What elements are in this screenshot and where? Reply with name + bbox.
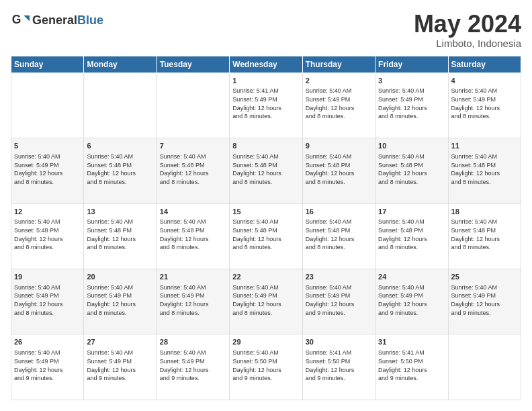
calendar-week-row: 26Sunrise: 5:40 AM Sunset: 5:49 PM Dayli… bbox=[11, 334, 521, 400]
table-row: 2Sunrise: 5:40 AM Sunset: 5:49 PM Daylig… bbox=[302, 73, 375, 138]
day-info: Sunrise: 5:40 AM Sunset: 5:48 PM Dayligh… bbox=[232, 218, 299, 251]
day-number: 13 bbox=[87, 207, 153, 217]
day-info: Sunrise: 5:40 AM Sunset: 5:48 PM Dayligh… bbox=[87, 218, 153, 251]
day-info: Sunrise: 5:40 AM Sunset: 5:49 PM Dayligh… bbox=[451, 283, 518, 317]
day-info: Sunrise: 5:40 AM Sunset: 5:49 PM Dayligh… bbox=[160, 283, 226, 317]
day-info: Sunrise: 5:40 AM Sunset: 5:49 PM Dayligh… bbox=[14, 283, 81, 317]
table-row: 7Sunrise: 5:40 AM Sunset: 5:48 PM Daylig… bbox=[157, 138, 229, 203]
table-row: 27Sunrise: 5:40 AM Sunset: 5:49 PM Dayli… bbox=[84, 334, 157, 400]
header-monday: Monday bbox=[84, 56, 157, 73]
table-row: 21Sunrise: 5:40 AM Sunset: 5:49 PM Dayli… bbox=[157, 269, 229, 334]
logo-blue: Blue bbox=[77, 13, 103, 27]
day-number: 21 bbox=[160, 272, 226, 282]
table-row: 19Sunrise: 5:40 AM Sunset: 5:49 PM Dayli… bbox=[11, 269, 84, 334]
day-info: Sunrise: 5:40 AM Sunset: 5:49 PM Dayligh… bbox=[87, 283, 153, 317]
day-number: 14 bbox=[160, 207, 226, 217]
day-number: 1 bbox=[232, 76, 299, 86]
day-number: 7 bbox=[160, 141, 226, 151]
day-number: 5 bbox=[14, 141, 81, 151]
table-row bbox=[84, 73, 157, 138]
day-info: Sunrise: 5:40 AM Sunset: 5:48 PM Dayligh… bbox=[378, 218, 445, 251]
day-info: Sunrise: 5:41 AM Sunset: 5:50 PM Dayligh… bbox=[378, 349, 445, 382]
day-info: Sunrise: 5:40 AM Sunset: 5:48 PM Dayligh… bbox=[160, 218, 226, 251]
day-number: 22 bbox=[232, 272, 299, 282]
table-row: 10Sunrise: 5:40 AM Sunset: 5:48 PM Dayli… bbox=[375, 138, 448, 203]
day-info: Sunrise: 5:40 AM Sunset: 5:48 PM Dayligh… bbox=[306, 218, 372, 251]
calendar-week-row: 5Sunrise: 5:40 AM Sunset: 5:49 PM Daylig… bbox=[11, 138, 521, 203]
day-info: Sunrise: 5:40 AM Sunset: 5:49 PM Dayligh… bbox=[232, 283, 299, 317]
day-number: 9 bbox=[306, 141, 372, 151]
calendar-week-row: 1Sunrise: 5:41 AM Sunset: 5:49 PM Daylig… bbox=[11, 73, 521, 138]
day-number: 12 bbox=[14, 207, 81, 217]
day-info: Sunrise: 5:40 AM Sunset: 5:48 PM Dayligh… bbox=[160, 152, 226, 186]
day-info: Sunrise: 5:40 AM Sunset: 5:48 PM Dayligh… bbox=[232, 152, 299, 186]
header-saturday: Saturday bbox=[448, 56, 521, 73]
day-number: 29 bbox=[232, 337, 299, 347]
day-number: 24 bbox=[378, 272, 445, 282]
header-thursday: Thursday bbox=[302, 56, 375, 73]
month-year: May 2024 bbox=[414, 11, 521, 38]
day-number: 27 bbox=[87, 337, 153, 347]
day-info: Sunrise: 5:40 AM Sunset: 5:49 PM Dayligh… bbox=[306, 87, 372, 120]
day-number: 19 bbox=[14, 272, 81, 282]
table-row: 15Sunrise: 5:40 AM Sunset: 5:48 PM Dayli… bbox=[230, 203, 302, 269]
day-number: 3 bbox=[378, 76, 445, 86]
day-info: Sunrise: 5:40 AM Sunset: 5:48 PM Dayligh… bbox=[451, 218, 518, 251]
table-row: 28Sunrise: 5:40 AM Sunset: 5:49 PM Dayli… bbox=[157, 334, 229, 400]
day-info: Sunrise: 5:41 AM Sunset: 5:49 PM Dayligh… bbox=[232, 87, 299, 120]
table-row: 30Sunrise: 5:41 AM Sunset: 5:50 PM Dayli… bbox=[302, 334, 375, 400]
day-number: 28 bbox=[160, 337, 226, 347]
day-info: Sunrise: 5:40 AM Sunset: 5:48 PM Dayligh… bbox=[306, 152, 372, 186]
table-row: 17Sunrise: 5:40 AM Sunset: 5:48 PM Dayli… bbox=[375, 203, 448, 269]
table-row: 9Sunrise: 5:40 AM Sunset: 5:48 PM Daylig… bbox=[302, 138, 375, 203]
table-row: 6Sunrise: 5:40 AM Sunset: 5:48 PM Daylig… bbox=[84, 138, 157, 203]
table-row bbox=[157, 73, 229, 138]
logo-icon: G bbox=[11, 11, 30, 30]
svg-marker-1 bbox=[24, 15, 30, 21]
calendar-table: Sunday Monday Tuesday Wednesday Thursday… bbox=[11, 56, 521, 400]
day-info: Sunrise: 5:40 AM Sunset: 5:49 PM Dayligh… bbox=[378, 283, 445, 317]
logo: G GeneralBlue bbox=[11, 11, 103, 30]
table-row: 16Sunrise: 5:40 AM Sunset: 5:48 PM Dayli… bbox=[302, 203, 375, 269]
table-row: 20Sunrise: 5:40 AM Sunset: 5:49 PM Dayli… bbox=[84, 269, 157, 334]
table-row: 23Sunrise: 5:40 AM Sunset: 5:49 PM Dayli… bbox=[302, 269, 375, 334]
day-number: 23 bbox=[306, 272, 372, 282]
day-number: 20 bbox=[87, 272, 153, 282]
day-number: 17 bbox=[378, 207, 445, 217]
day-number: 10 bbox=[378, 141, 445, 151]
day-info: Sunrise: 5:40 AM Sunset: 5:48 PM Dayligh… bbox=[14, 218, 81, 251]
day-info: Sunrise: 5:40 AM Sunset: 5:49 PM Dayligh… bbox=[306, 283, 372, 317]
table-row: 8Sunrise: 5:40 AM Sunset: 5:48 PM Daylig… bbox=[230, 138, 302, 203]
table-row: 24Sunrise: 5:40 AM Sunset: 5:49 PM Dayli… bbox=[375, 269, 448, 334]
day-info: Sunrise: 5:40 AM Sunset: 5:49 PM Dayligh… bbox=[87, 349, 153, 382]
day-info: Sunrise: 5:40 AM Sunset: 5:49 PM Dayligh… bbox=[14, 152, 81, 186]
table-row: 18Sunrise: 5:40 AM Sunset: 5:48 PM Dayli… bbox=[448, 203, 521, 269]
day-number: 26 bbox=[14, 337, 81, 347]
day-number: 15 bbox=[232, 207, 299, 217]
day-info: Sunrise: 5:40 AM Sunset: 5:48 PM Dayligh… bbox=[87, 152, 153, 186]
table-row: 5Sunrise: 5:40 AM Sunset: 5:49 PM Daylig… bbox=[11, 138, 84, 203]
day-info: Sunrise: 5:40 AM Sunset: 5:49 PM Dayligh… bbox=[451, 87, 518, 120]
day-info: Sunrise: 5:41 AM Sunset: 5:50 PM Dayligh… bbox=[306, 349, 372, 382]
table-row: 3Sunrise: 5:40 AM Sunset: 5:49 PM Daylig… bbox=[375, 73, 448, 138]
day-number: 8 bbox=[232, 141, 299, 151]
table-row: 29Sunrise: 5:40 AM Sunset: 5:50 PM Dayli… bbox=[230, 334, 302, 400]
table-row: 12Sunrise: 5:40 AM Sunset: 5:48 PM Dayli… bbox=[11, 203, 84, 269]
day-number: 18 bbox=[451, 207, 518, 217]
day-info: Sunrise: 5:40 AM Sunset: 5:48 PM Dayligh… bbox=[378, 152, 445, 186]
day-info: Sunrise: 5:40 AM Sunset: 5:49 PM Dayligh… bbox=[14, 349, 81, 382]
day-number: 16 bbox=[306, 207, 372, 217]
table-row: 4Sunrise: 5:40 AM Sunset: 5:49 PM Daylig… bbox=[448, 73, 521, 138]
logo-general: General bbox=[32, 13, 77, 27]
day-number: 11 bbox=[451, 141, 518, 151]
table-row: 25Sunrise: 5:40 AM Sunset: 5:49 PM Dayli… bbox=[448, 269, 521, 334]
table-row bbox=[11, 73, 84, 138]
day-number: 25 bbox=[451, 272, 518, 282]
calendar-week-row: 12Sunrise: 5:40 AM Sunset: 5:48 PM Dayli… bbox=[11, 203, 521, 269]
table-row: 22Sunrise: 5:40 AM Sunset: 5:49 PM Dayli… bbox=[230, 269, 302, 334]
table-row: 14Sunrise: 5:40 AM Sunset: 5:48 PM Dayli… bbox=[157, 203, 229, 269]
header: G GeneralBlue May 2024 Limboto, Indonesi… bbox=[11, 11, 521, 49]
table-row bbox=[448, 334, 521, 400]
header-sunday: Sunday bbox=[11, 56, 84, 73]
table-row: 13Sunrise: 5:40 AM Sunset: 5:48 PM Dayli… bbox=[84, 203, 157, 269]
